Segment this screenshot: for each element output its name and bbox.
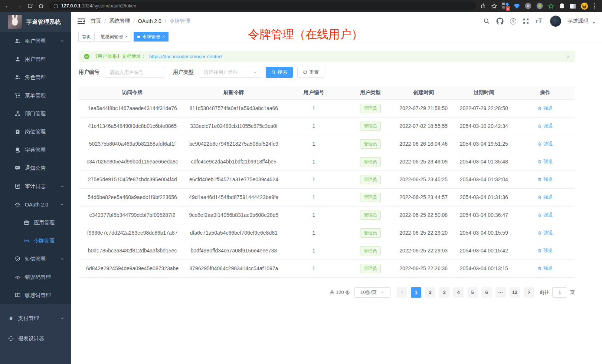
sidebar-item-departments[interactable]: 部门管理 [0,105,71,123]
force-logout-button[interactable]: 强退 [537,158,553,165]
sidebar-item-label: 岗位管理 [25,129,46,135]
user-type-select[interactable]: 请选择用户类型 [199,67,261,78]
sidebar-item-payment[interactable]: 支付管理 [0,308,71,328]
action-cell: 强退 [516,206,575,224]
page-button-4[interactable]: 4 [453,287,464,298]
sidebar-toggle-icon[interactable] [570,3,576,9]
command-extension-icon[interactable] [525,3,531,9]
sidebar-item-oauth-tokens[interactable]: 令牌管理 [0,232,71,250]
sidebar-item-oauth2[interactable]: OAuth 2.0 [0,195,71,214]
user-avatar[interactable] [550,16,561,27]
refresh-token-cell: dfa6c71a50a54c66bef706ef9e6e8d81 [186,224,281,242]
github-icon[interactable] [496,17,504,25]
open-book-icon [15,292,20,298]
breadcrumb-oauth[interactable]: OAuth 2.0 [138,18,161,24]
extension-shapes-icon[interactable]: 9 [502,3,509,9]
search-button[interactable]: 搜索 [266,67,293,78]
sidebar-item-sensitive-words[interactable]: 敏感词管理 [0,286,71,304]
username[interactable]: 芋道源码 [567,18,588,24]
sidebar-item-users[interactable]: 用户管理 [0,50,71,68]
browser-menu-icon[interactable] [593,3,597,9]
sidebar-item-menus[interactable]: 菜单管理 [0,86,71,105]
sidebar-item-dict[interactable]: 字典管理 [0,141,71,159]
gem-extension-icon[interactable] [514,3,520,9]
page-button-12[interactable]: 12 [510,287,520,298]
force-logout-button[interactable]: 强退 [537,194,553,201]
search-icon[interactable] [483,18,490,24]
access-token-cell: 1ea5e44f8bc1467aaede43144f31de76 [79,99,186,117]
sidebar-item-sms[interactable]: 短信管理 [0,250,71,268]
force-logout-button[interactable]: 强退 [537,140,553,147]
force-logout-button[interactable]: 强退 [537,247,553,254]
filter-bar: 用户编号 用户类型 请选择用户类型 搜索 重置 [79,67,575,78]
sidebar-item-label: 令牌管理 [34,238,55,244]
force-logout-button[interactable]: 强退 [537,229,553,236]
chevron-up-icon [60,202,64,206]
sidebar-item-roles[interactable]: 角色管理 [0,68,71,86]
prev-page-button[interactable] [397,287,407,298]
sidebar-collapse-icon[interactable] [78,18,85,24]
tab-token-management[interactable]: 令牌管理 × [134,32,169,42]
breadcrumb-system[interactable]: 系统管理 [109,18,130,24]
dot-extension-icon[interactable] [536,3,543,9]
goto-page-input[interactable] [552,287,567,298]
star-extension-icon[interactable] [548,3,554,9]
sidebar-item-error-codes[interactable]: 错误码管理 [0,268,71,286]
app-logo[interactable]: 芋道管理系统 [0,12,71,32]
sidebar-item-report-designer[interactable]: 报表设计器 [0,328,71,349]
alert-close-icon[interactable]: × [566,53,570,60]
sidebar-item-tenants[interactable]: 租户管理 [0,32,71,50]
created-cell: 2022-06-25 23:44:57 [395,188,452,206]
fullscreen-icon[interactable] [523,18,529,24]
status-badge: 管理员 [360,211,381,220]
reset-button[interactable]: 重置 [297,67,324,78]
trash-icon [537,106,542,110]
next-page-button[interactable] [524,287,534,298]
page-size-select[interactable]: 10条/页 [354,287,390,298]
refresh-icon[interactable] [25,1,35,10]
back-icon[interactable]: ← [3,1,13,10]
code-icon [15,274,20,280]
share-icon[interactable] [480,3,486,9]
tab-home[interactable]: 首页 [78,32,95,42]
col-actions: 操作 [516,86,575,99]
action-cell: 强退 [516,117,575,135]
sidebar-item-oauth-apps[interactable]: 应用管理 [0,214,71,232]
page-ellipsis[interactable]: ··· [495,287,506,298]
close-icon[interactable]: × [125,34,128,39]
page-button-1[interactable]: 1 [411,287,421,298]
tab-sensitive-words[interactable]: 敏感词管理 × [97,32,131,42]
page-button-3[interactable]: 3 [439,287,449,298]
caret-down-icon[interactable] [592,22,595,24]
force-logout-button[interactable]: 强退 [537,212,553,218]
home-icon[interactable] [36,1,46,10]
user-id-input[interactable] [105,67,164,78]
font-size-icon[interactable] [536,18,542,24]
forward-icon[interactable]: → [14,1,24,10]
doc-link[interactable]: https://doc.iocoder.cn/user-center/ [149,54,222,59]
puzzle-extensions-icon[interactable] [559,3,565,9]
help-icon[interactable] [510,18,516,24]
page-button-5[interactable]: 5 [467,287,478,298]
force-logout-button[interactable]: 强退 [537,176,553,183]
user-type-cell: 管理员 [346,171,395,188]
breadcrumb-current: 令牌管理 [170,18,190,24]
bookmark-star-icon[interactable] [491,3,497,9]
profile-avatar-icon[interactable] [581,3,588,10]
force-logout-button[interactable]: 强退 [537,123,553,129]
sidebar-item-audit-log[interactable]: 审计日志 [0,177,71,195]
site-info-icon[interactable] [53,4,58,9]
access-token-cell: c342377bf8b344799dcbf7bf095287f2 [79,206,186,224]
action-cell: 强退 [516,153,575,171]
trash-icon [537,231,542,235]
address-bar[interactable]: 127.0.0.1:1024/system/oauth2/token [49,2,476,10]
user-icon [15,56,20,62]
page-button-2[interactable]: 2 [425,287,435,298]
page-button-6[interactable]: 6 [481,287,492,298]
sidebar-item-notice[interactable]: 通知公告 [0,159,71,177]
force-logout-button[interactable]: 强退 [537,105,553,112]
close-icon[interactable]: × [162,34,165,39]
breadcrumb-home[interactable]: 首页 [91,18,101,24]
sidebar-item-posts[interactable]: 岗位管理 [0,123,71,141]
force-logout-button[interactable]: 强退 [537,265,553,272]
